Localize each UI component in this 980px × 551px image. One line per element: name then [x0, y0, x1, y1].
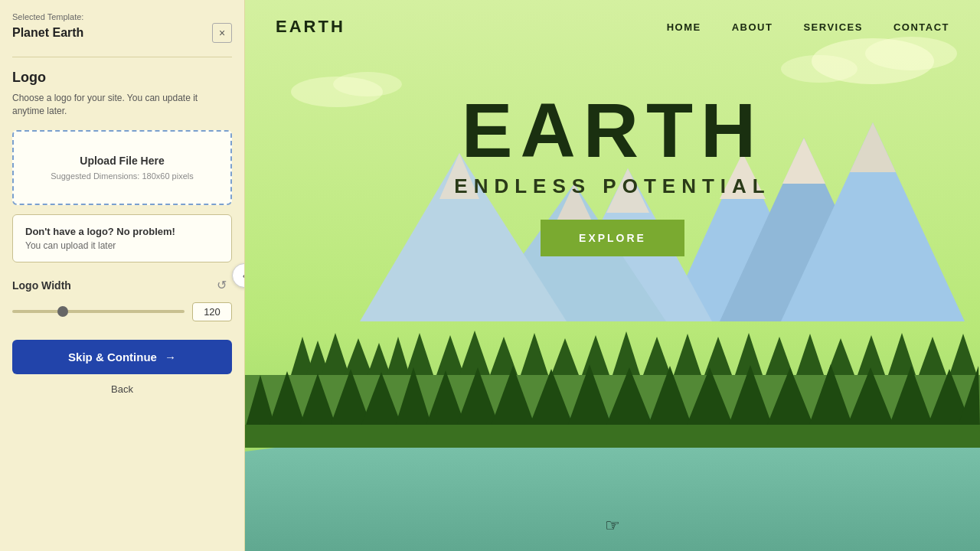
- selected-template-row: Planet Earth ×: [12, 23, 232, 43]
- selected-template-name: Planet Earth: [12, 26, 83, 40]
- no-logo-title: Don't have a logo? No problem!: [25, 226, 219, 237]
- hero-content: EARTH ENDLESS POTENTIAL EXPLORE: [245, 92, 980, 256]
- svg-rect-65: [245, 425, 980, 448]
- logo-width-slider[interactable]: [12, 310, 185, 313]
- upload-box-subtitle: Suggested Dimensions: 180x60 pixels: [26, 171, 218, 181]
- collapse-panel-button[interactable]: ‹: [232, 263, 245, 288]
- arrow-icon: →: [165, 350, 176, 364]
- preview-navbar: EARTH HOME ABOUT SERVICES CONTACT: [245, 0, 980, 54]
- divider-1: [12, 57, 232, 57]
- preview-nav-logo: EARTH: [276, 17, 345, 37]
- logo-section-title: Logo: [12, 70, 232, 86]
- preview-nav-links: HOME ABOUT SERVICES CONTACT: [667, 21, 949, 33]
- upload-box-title: Upload File Here: [26, 155, 218, 167]
- left-panel: Selected Template: Planet Earth × Logo C…: [0, 0, 245, 551]
- logo-section-description: Choose a logo for your site. You can upd…: [12, 92, 232, 118]
- explore-button[interactable]: EXPLORE: [541, 220, 684, 256]
- skip-continue-button[interactable]: Skip & Continue →: [12, 340, 232, 374]
- hero-title: EARTH: [462, 92, 763, 168]
- preview-panel: EARTH HOME ABOUT SERVICES CONTACT EARTH …: [245, 0, 980, 551]
- logo-width-label: Logo Width: [12, 279, 71, 292]
- selected-template-label: Selected Template:: [12, 12, 232, 21]
- reset-icon[interactable]: ↺: [217, 278, 232, 293]
- no-logo-subtitle: You can upload it later: [25, 240, 219, 251]
- landscape-illustration: [245, 0, 980, 551]
- cursor-indicator: ☞: [605, 516, 620, 536]
- hero-subtitle: ENDLESS POTENTIAL: [454, 174, 770, 198]
- nav-link-about[interactable]: ABOUT: [732, 21, 773, 33]
- no-logo-box: Don't have a logo? No problem! You can u…: [12, 214, 232, 262]
- nav-link-home[interactable]: HOME: [667, 21, 701, 33]
- nav-link-contact[interactable]: CONTACT: [893, 21, 949, 33]
- close-button[interactable]: ×: [212, 23, 232, 43]
- upload-file-box[interactable]: Upload File Here Suggested Dimensions: 1…: [12, 130, 232, 205]
- logo-width-row: Logo Width ↺: [12, 278, 232, 293]
- logo-width-input[interactable]: [192, 302, 232, 321]
- nav-link-services[interactable]: SERVICES: [803, 21, 863, 33]
- back-link[interactable]: Back: [12, 383, 232, 395]
- slider-row: [12, 302, 232, 321]
- svg-point-3: [781, 55, 858, 83]
